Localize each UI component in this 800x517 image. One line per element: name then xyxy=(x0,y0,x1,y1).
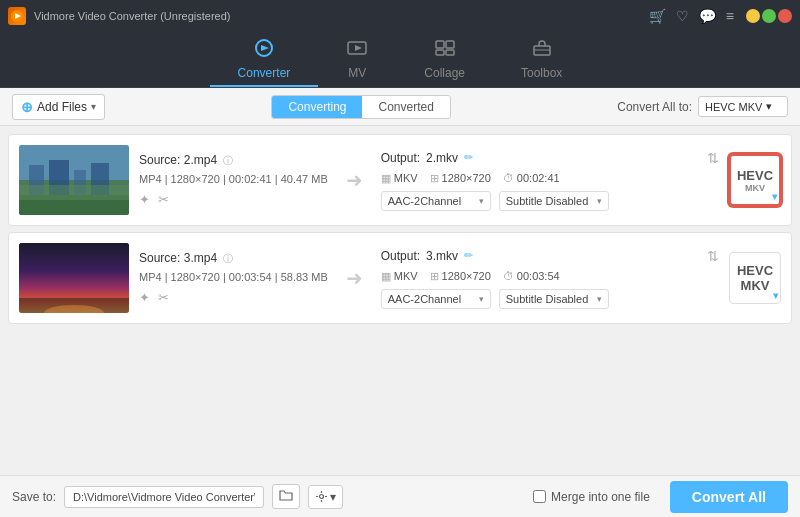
thumbnail-sunset-image xyxy=(19,243,129,313)
info-icon-1[interactable]: ⓘ xyxy=(223,155,233,166)
convert-all-button[interactable]: Convert All xyxy=(670,481,788,513)
tab-converter[interactable]: Converter xyxy=(210,35,319,87)
cart-icon[interactable]: 🛒 xyxy=(649,8,666,24)
add-files-button[interactable]: ⊕ Add Files ▾ xyxy=(12,94,105,120)
mv-tab-label: MV xyxy=(348,66,366,80)
bottombar: Save to: ▾ Merge into one file Convert A… xyxy=(0,475,800,517)
converter-tab-label: Converter xyxy=(238,66,291,80)
svg-rect-7 xyxy=(446,41,454,48)
edit-icon-1[interactable]: ✏ xyxy=(464,151,473,164)
source-name-1: 2.mp4 xyxy=(184,153,217,167)
audio-dropdown-arrow-2: ▾ xyxy=(479,294,484,304)
tab-mv[interactable]: MV xyxy=(318,35,396,87)
output-label-2: Output: xyxy=(381,249,420,263)
format-select-dropdown[interactable]: HEVC MKV ▾ xyxy=(698,96,788,117)
badge-line1-2: HEVC xyxy=(737,263,773,278)
subtitle-dropdown-1[interactable]: Subtitle Disabled ▾ xyxy=(499,191,609,211)
merge-label: Merge into one file xyxy=(551,490,650,504)
tab-toolbox[interactable]: Toolbox xyxy=(493,35,590,87)
output-dropdowns-1: AAC-2Channel ▾ Subtitle Disabled ▾ xyxy=(381,191,719,211)
titlebar: Vidmore Video Converter (Unregistered) 🛒… xyxy=(0,0,800,32)
badge-arrow-1[interactable]: ▾ xyxy=(772,191,777,202)
output-settings-icon-1[interactable]: ⇅ xyxy=(707,150,719,166)
output-resolution-2: ⊞ 1280×720 xyxy=(430,270,491,283)
output-format-1: ▦ MKV xyxy=(381,172,418,185)
thumbnail-1 xyxy=(19,145,129,215)
output-header-1: Output: 2.mkv ✏ ⇅ xyxy=(381,150,719,166)
enhance-icon-2[interactable]: ✦ xyxy=(139,290,150,305)
format-badge-2[interactable]: HEVC MKV ▾ xyxy=(729,252,781,304)
folder-browse-button[interactable] xyxy=(272,484,300,509)
size-1: 40.47 MB xyxy=(281,173,328,185)
svg-point-23 xyxy=(320,495,324,499)
convert-all-to-label: Convert All to: xyxy=(617,100,692,114)
converting-tab[interactable]: Converting xyxy=(272,96,362,118)
audio-dropdown-arrow-1: ▾ xyxy=(479,196,484,206)
format-select-value: HEVC MKV xyxy=(705,101,762,113)
nav-tabs: Converter MV Collage xyxy=(0,32,800,88)
audio-dropdown-value-1: AAC-2Channel xyxy=(388,195,461,207)
subtitle-dropdown-arrow-1: ▾ xyxy=(597,196,602,206)
output-dropdowns-2: AAC-2Channel ▾ Subtitle Disabled ▾ xyxy=(381,289,719,309)
chat-icon[interactable]: 💬 xyxy=(699,8,716,24)
format-icon-2: ▦ xyxy=(381,270,391,283)
close-button[interactable] xyxy=(778,9,792,23)
collage-tab-label: Collage xyxy=(424,66,465,80)
arrow-icon-2: ➜ xyxy=(346,266,363,290)
cut-icon-1[interactable]: ✂ xyxy=(158,192,169,207)
subtitle-dropdown-value-1: Subtitle Disabled xyxy=(506,195,589,207)
svg-rect-8 xyxy=(436,50,444,55)
merge-checkbox[interactable]: Merge into one file xyxy=(533,490,650,504)
plus-icon: ⊕ xyxy=(21,99,33,115)
toolbox-icon xyxy=(531,39,553,62)
file-actions-1: ✦ ✂ xyxy=(139,192,328,207)
enhance-icon-1[interactable]: ✦ xyxy=(139,192,150,207)
audio-dropdown-value-2: AAC-2Channel xyxy=(388,293,461,305)
minimize-button[interactable] xyxy=(746,9,760,23)
add-files-label: Add Files xyxy=(37,100,87,114)
add-files-dropdown-arrow[interactable]: ▾ xyxy=(91,101,96,112)
dur-icon-2: ⏱ xyxy=(503,270,514,282)
file-source-2: Source: 3.mp4 ⓘ xyxy=(139,251,328,266)
file-source-1: Source: 2.mp4 ⓘ xyxy=(139,153,328,168)
format-badge-1[interactable]: HEVC MKV ▾ xyxy=(729,154,781,206)
output-name-1: 2.mkv xyxy=(426,151,458,165)
format-icon-1: ▦ xyxy=(381,172,391,185)
resolution-1: 1280×720 xyxy=(171,173,220,185)
svg-marker-5 xyxy=(355,45,362,51)
save-path-input[interactable] xyxy=(64,486,264,508)
source-name-2: 3.mp4 xyxy=(184,251,217,265)
size-2: 58.83 MB xyxy=(281,271,328,283)
dur-icon-1: ⏱ xyxy=(503,172,514,184)
file-actions-2: ✦ ✂ xyxy=(139,290,328,305)
title-icons: 🛒 ♡ 💬 ≡ xyxy=(649,8,734,24)
badge-arrow-2[interactable]: ▾ xyxy=(773,290,778,301)
save-settings-button[interactable]: ▾ xyxy=(308,485,343,509)
maximize-button[interactable] xyxy=(762,9,776,23)
menu-icon[interactable]: ≡ xyxy=(726,8,734,24)
output-section-1: Output: 2.mkv ✏ ⇅ ▦ MKV ⊞ 1280×720 ⏱ 00:… xyxy=(381,150,719,211)
thumbnail-2 xyxy=(19,243,129,313)
converted-tab[interactable]: Converted xyxy=(362,96,449,118)
fav-icon[interactable]: ♡ xyxy=(676,8,689,24)
tab-collage[interactable]: Collage xyxy=(396,35,493,87)
app-title: Vidmore Video Converter (Unregistered) xyxy=(34,10,649,22)
duration-1: 00:02:41 xyxy=(229,173,272,185)
output-settings-icon-2[interactable]: ⇅ xyxy=(707,248,719,264)
audio-dropdown-1[interactable]: AAC-2Channel ▾ xyxy=(381,191,491,211)
cut-icon-2[interactable]: ✂ xyxy=(158,290,169,305)
subtitle-dropdown-2[interactable]: Subtitle Disabled ▾ xyxy=(499,289,609,309)
res-icon-1: ⊞ xyxy=(430,172,439,185)
audio-dropdown-2[interactable]: AAC-2Channel ▾ xyxy=(381,289,491,309)
output-header-2: Output: 3.mkv ✏ ⇅ xyxy=(381,248,719,264)
file-list: Source: 2.mp4 ⓘ MP4 | 1280×720 | 00:02:4… xyxy=(0,126,800,475)
badge-line1-1: HEVC xyxy=(737,168,773,183)
svg-rect-9 xyxy=(446,50,454,55)
output-format-2: ▦ MKV xyxy=(381,270,418,283)
svg-rect-19 xyxy=(19,185,129,200)
edit-icon-2[interactable]: ✏ xyxy=(464,249,473,262)
merge-checkbox-input[interactable] xyxy=(533,490,546,503)
svg-rect-6 xyxy=(436,41,444,48)
file-info-2: Source: 3.mp4 ⓘ MP4 | 1280×720 | 00:03:5… xyxy=(139,251,328,305)
info-icon-2[interactable]: ⓘ xyxy=(223,253,233,264)
